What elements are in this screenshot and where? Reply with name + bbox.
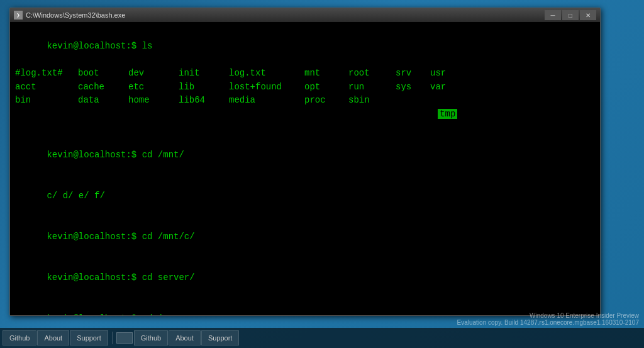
taskbar-github-1[interactable]: Github [3, 330, 36, 345]
taskbar-active-indicator [116, 332, 133, 344]
ls-item-tmp-highlight: tmp [438, 109, 457, 119]
ls-item: mnt [304, 67, 348, 81]
ls-item: dev [128, 67, 179, 81]
ls-item: acct [15, 81, 78, 94]
ls-item: sbin [348, 94, 396, 135]
minimize-button[interactable]: ─ [545, 10, 561, 20]
ls-item: srv [396, 67, 430, 81]
window-title: C:\Windows\System32\bash.exe [26, 11, 125, 19]
taskbar-group-2: Github About Support [134, 330, 240, 345]
terminal-line-mnt-contents: c/ d/ e/ f/ [15, 176, 595, 217]
terminal-line-cd-server: kevin@localhost:$ cd server/ [15, 258, 595, 299]
terminal-line-cd-mnt: kevin@localhost:$ cd /mnt/ [15, 135, 595, 176]
taskbar-support-1[interactable]: Support [70, 330, 108, 345]
ls-row-3: bin data home lib64 media proc sbin tmp [15, 94, 595, 135]
ls-item: bin [15, 94, 78, 135]
terminal-line-cd-mnt-c: kevin@localhost:$ cd /mnt/c/ [15, 217, 595, 258]
title-bar: ❯ C:\Windows\System32\bash.exe ─ □ ✕ [10, 8, 600, 22]
ls-item: media [229, 94, 304, 135]
taskbar-about-1[interactable]: About [37, 330, 69, 345]
close-button[interactable]: ✕ [580, 10, 596, 20]
taskbar-support-2[interactable]: Support [201, 330, 240, 345]
ls-item: var [430, 81, 446, 94]
cmd: ls [136, 41, 152, 51]
prompt: kevin@localhost:$ [47, 41, 136, 51]
ls-item: #log.txt# [15, 67, 78, 81]
taskbar-group-1: Github About Support [3, 330, 108, 345]
terminal-body[interactable]: kevin@localhost:$ ls #log.txt# boot dev … [10, 22, 600, 315]
taskbar: Github About Support Github About Suppor… [0, 328, 644, 348]
ls-item: run [348, 81, 396, 94]
terminal-icon: ❯ [14, 11, 23, 20]
taskbar-about-2[interactable]: About [169, 330, 201, 345]
ls-item: proc [304, 94, 348, 135]
watermark: Windows 10 Enterprise Insider Preview Ev… [457, 312, 639, 326]
title-bar-controls: ─ □ ✕ [545, 10, 596, 20]
ls-item: lost+found [229, 81, 304, 94]
watermark-line2: Evaluation copy. Build 14287.rs1.onecore… [457, 319, 639, 326]
ls-item: log.txt [229, 67, 304, 81]
taskbar-github-2[interactable]: Github [134, 330, 168, 345]
ls-item: lib64 [179, 94, 229, 135]
ls-item: home [128, 94, 179, 135]
taskbar-divider [112, 332, 113, 344]
ls-item: data [78, 94, 128, 135]
ls-item: opt [304, 81, 348, 94]
ls-item: boot [78, 67, 128, 81]
maximize-button[interactable]: □ [562, 10, 579, 20]
terminal-window: ❯ C:\Windows\System32\bash.exe ─ □ ✕ kev… [9, 8, 601, 316]
terminal-line-ls: kevin@localhost:$ ls [15, 26, 595, 67]
ls-item: cache [78, 81, 128, 94]
title-bar-left: ❯ C:\Windows\System32\bash.exe [14, 11, 125, 20]
ls-item-tmp: tmp [396, 94, 430, 135]
ls-item: etc [128, 81, 179, 94]
watermark-line1: Windows 10 Enterprise Insider Preview [457, 312, 639, 319]
ls-item: sys [396, 81, 430, 94]
ls-item: usr [430, 67, 446, 81]
ls-item: init [179, 67, 229, 81]
ls-row-1: #log.txt# boot dev init log.txt mnt root… [15, 67, 595, 81]
ls-item: lib [179, 81, 229, 94]
ls-item: root [348, 67, 396, 81]
ls-row-2: acct cache etc lib lost+found opt run sy… [15, 81, 595, 94]
